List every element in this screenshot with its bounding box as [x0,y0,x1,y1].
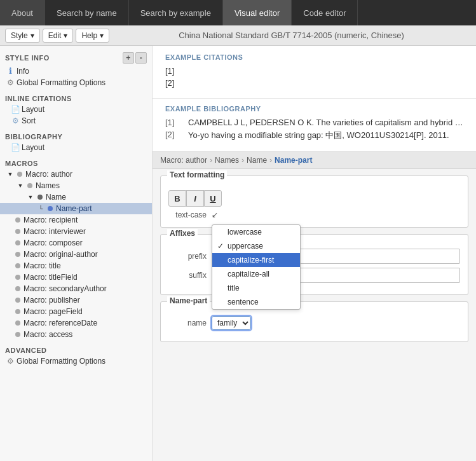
bib-item-1: [1] CAMPBELL J L, PEDERSEN O K. The vari… [165,118,463,127]
sidebar-item-macro-original-author[interactable]: Macro: original-author [0,249,152,260]
style-info-header: STYLE INFO + - [0,50,152,65]
name-label: name [168,319,207,327]
macros-header: MACROS [0,157,152,169]
bold-button[interactable]: B [168,190,186,207]
affixes-title: Affixes [167,229,198,238]
properties-panel: Macro: author › Names › Name › Name-part… [153,152,476,461]
underline-button[interactable]: U [204,190,222,207]
sidebar-item-macro-title[interactable]: Macro: title [0,260,152,272]
sidebar-item-macro-access[interactable]: Macro: access [0,329,152,340]
breadcrumb: Macro: author › Names › Name › Name-part [153,152,476,169]
text-formatting-title: Text formatting [167,170,227,179]
dropdown-item-lowercase[interactable]: lowercase [212,225,300,239]
sidebar: STYLE INFO + - ℹ Info ⚙ Global Formattin… [0,46,153,461]
citations-title: EXAMPLE CITATIONS [165,53,463,61]
edit-menu-button[interactable]: Edit ▾ [43,29,74,43]
sidebar-item-macro-pagefield[interactable]: Macro: pageField [0,306,152,317]
nav-search-by-name[interactable]: Search by name [45,0,129,25]
breadcrumb-name[interactable]: Name [247,156,267,165]
sidebar-item-macro-author[interactable]: ▼ Macro: author [0,169,152,180]
sidebar-item-bib-layout[interactable]: 📄 Layout [0,142,152,153]
family-select[interactable]: family given [212,316,251,330]
family-select-wrap: family given [212,316,251,330]
name-part-section: Name-part name family given [160,301,468,342]
folder-icon: 📄 [10,105,20,114]
breadcrumb-names[interactable]: Names [215,156,239,165]
sidebar-item-inline-layout[interactable]: 📄 Layout [0,104,152,115]
names-dot [27,183,32,188]
triangle-icon: ▼ [15,182,25,189]
dot [15,309,20,314]
cog-icon: ⚙ [5,78,15,87]
dot [15,240,20,245]
citation-2: [2] [165,78,463,88]
sidebar-item-macro-interviewer[interactable]: Macro: interviewer [0,226,152,237]
textcase-row: text-case ↙ lowercase uppercase capitali… [168,210,460,219]
suffix-label: suffix [168,271,207,280]
textcase-label: text-case [168,210,207,219]
citations-area: EXAMPLE CITATIONS [1] [2] [153,46,476,99]
sidebar-item-names[interactable]: ▼ Names [0,180,152,191]
folder-icon: 📄 [10,143,20,152]
sort-icon: ⚙ [10,116,20,125]
chevron-down-icon: ▾ [100,31,104,40]
style-menu-button[interactable]: Style ▾ [5,29,40,43]
sidebar-item-macro-titlefield[interactable]: Macro: titleField [0,272,152,283]
sidebar-item-macro-recipient[interactable]: Macro: recipient [0,214,152,226]
bibliography-title: EXAMPLE BIBLIOGRAPHY [165,105,463,113]
nav-about[interactable]: About [0,0,45,25]
name-part-dot [48,206,53,211]
dot [15,320,20,326]
dot [15,263,20,268]
main-layout: STYLE INFO + - ℹ Info ⚙ Global Formattin… [0,46,476,461]
breadcrumb-macro-author[interactable]: Macro: author [160,156,207,165]
advanced-header: ADVANCED [0,344,152,355]
dot [15,298,20,303]
dot [15,275,20,280]
name-row: name family given [168,316,460,330]
macro-author-dot [17,172,22,177]
dropdown-item-capitalize-first[interactable]: capitalize-first [212,253,300,267]
dropdown-item-title[interactable]: title [212,281,300,295]
sidebar-item-macro-composer[interactable]: Macro: composer [0,237,152,249]
sidebar-item-info[interactable]: ℹ Info [0,65,152,77]
inline-citations-header: INLINE CITATIONS [0,92,152,104]
dropdown-item-capitalize-all[interactable]: capitalize-all [212,267,300,281]
dot [15,229,20,234]
sidebar-item-macro-publisher[interactable]: Macro: publisher [0,294,152,306]
remove-style-info-button[interactable]: - [135,52,147,64]
help-menu-button[interactable]: Help ▾ [76,29,109,43]
breadcrumb-sep-2: › [241,156,244,165]
nav-search-by-example[interactable]: Search by example [129,0,223,25]
nav-code-editor[interactable]: Code editor [292,0,358,25]
sidebar-item-sort[interactable]: ⚙ Sort [0,115,152,127]
right-panel: EXAMPLE CITATIONS [1] [2] EXAMPLE BIBLIO… [153,46,476,461]
italic-button[interactable]: I [186,190,204,207]
dot [15,217,20,223]
triangle-icon: ▼ [25,194,36,200]
dropdown-item-uppercase[interactable]: uppercase [212,239,300,253]
nav-visual-editor[interactable]: Visual editor [223,0,292,25]
breadcrumb-sep-1: › [210,156,212,165]
format-buttons-row: B I U [168,190,460,207]
dropdown-item-sentence[interactable]: sentence [212,295,300,309]
sidebar-item-name-part[interactable]: └ Name-part [0,203,152,214]
style-info-buttons: + - [123,52,147,64]
sidebar-item-macro-secondary-author[interactable]: Macro: secondaryAuthor [0,283,152,294]
sidebar-item-macro-reference-date[interactable]: Macro: referenceDate [0,317,152,329]
dot [15,252,20,257]
name-part-section-title: Name-part [167,296,210,305]
bibliography-area: EXAMPLE BIBLIOGRAPHY [1] CAMPBELL J L, P… [153,99,476,152]
textcase-dropdown: lowercase uppercase capitalize-first cap… [212,224,301,310]
citation-1: [1] [165,66,463,76]
sidebar-item-name[interactable]: ▼ Name [0,191,152,203]
dash-icon: └ [36,205,46,212]
top-nav: About Search by name Search by example V… [0,0,476,25]
sidebar-item-global-formatting[interactable]: ⚙ Global Formatting Options [0,77,152,88]
toolbar: Style ▾ Edit ▾ Help ▾ China National Sta… [0,25,476,46]
sidebar-item-advanced-global[interactable]: ⚙ Global Formatting Options [0,355,152,367]
name-dot [37,195,43,200]
prefix-label: prefix [168,252,207,261]
affixes-section: Affixes prefix suffix [160,234,468,295]
add-style-info-button[interactable]: + [123,52,134,64]
